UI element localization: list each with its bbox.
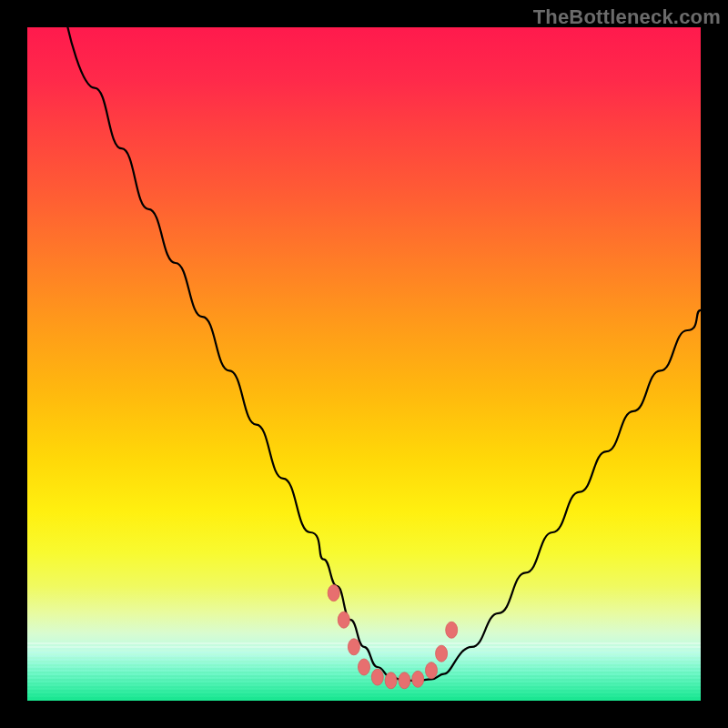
bottleneck-curve (27, 27, 701, 701)
curve-marker (338, 612, 349, 628)
curve-marker (359, 659, 370, 675)
chart-frame: TheBottleneck.com (0, 0, 728, 728)
curve-marker (348, 639, 359, 655)
curve-marker (399, 672, 410, 689)
curve-markers (328, 585, 458, 689)
curve-marker (385, 672, 397, 689)
curve-marker (328, 585, 339, 602)
curve-marker (436, 645, 448, 662)
watermark-text: TheBottleneck.com (533, 5, 721, 29)
curve-marker (426, 662, 438, 679)
plot-area (27, 27, 701, 701)
curve-marker (446, 622, 458, 638)
curve-marker (412, 671, 424, 687)
curve-marker (371, 669, 383, 685)
